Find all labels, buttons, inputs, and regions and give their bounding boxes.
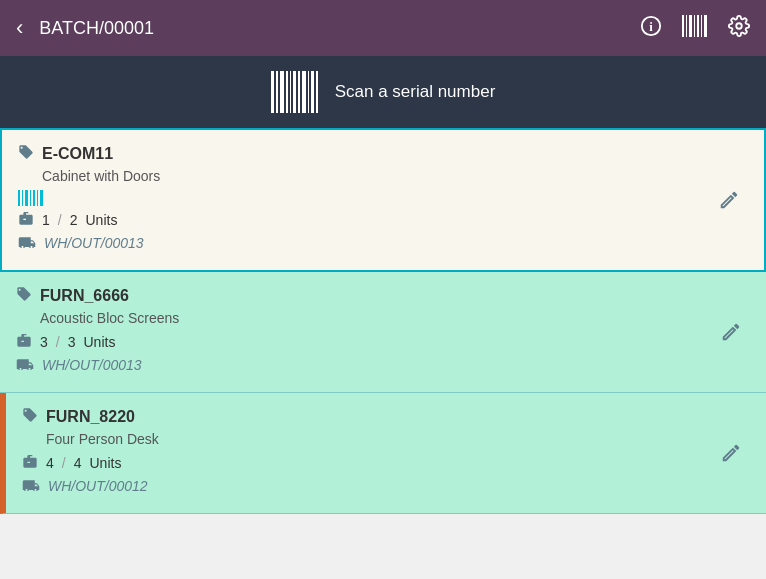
item-content: FURN_6666 Acoustic Bloc Screens 3 / 3 Un… [16, 286, 712, 378]
svg-rect-24 [30, 190, 31, 206]
item-header-row: FURN_6666 [16, 286, 712, 306]
item-qty-row: 1 / 2 Units [18, 210, 710, 230]
svg-rect-7 [701, 15, 702, 37]
list-item: E-COM11 Cabinet with Doors [0, 128, 766, 272]
qty-done: 3 [40, 334, 48, 350]
header-actions: i [640, 15, 750, 42]
item-code: E-COM11 [42, 145, 113, 163]
qty-done: 1 [42, 212, 50, 228]
svg-rect-2 [682, 15, 684, 37]
svg-rect-4 [689, 15, 692, 37]
qty-unit: Units [89, 455, 121, 471]
item-transfer-row: WH/OUT/00013 [18, 234, 710, 252]
item-name: Four Person Desk [46, 431, 712, 447]
item-barcode-small-icon [18, 190, 46, 206]
transfer-ref: WH/OUT/00013 [44, 235, 144, 251]
svg-rect-16 [298, 71, 300, 113]
barcode-icon[interactable] [682, 15, 708, 42]
svg-rect-20 [316, 71, 318, 113]
qty-unit: Units [85, 212, 117, 228]
item-content: FURN_8220 Four Person Desk 4 / 4 Units [22, 407, 712, 499]
svg-rect-25 [33, 190, 35, 206]
truck-icon [16, 356, 34, 374]
item-code: FURN_6666 [40, 287, 129, 305]
svg-rect-5 [694, 15, 695, 37]
svg-text:i: i [649, 19, 653, 33]
item-content: E-COM11 Cabinet with Doors [18, 144, 710, 256]
svg-rect-12 [280, 71, 284, 113]
truck-icon [22, 477, 40, 495]
app-header: ‹ BATCH/00001 i [0, 0, 766, 56]
edit-button[interactable] [712, 317, 750, 347]
item-name: Acoustic Bloc Screens [40, 310, 712, 326]
item-transfer-row: WH/OUT/00013 [16, 356, 712, 374]
svg-rect-26 [37, 190, 38, 206]
info-icon[interactable]: i [640, 15, 662, 42]
transfer-ref: WH/OUT/00013 [42, 357, 142, 373]
tag-icon [22, 407, 38, 427]
scan-barcode-icon [271, 71, 319, 113]
item-transfer-row: WH/OUT/00012 [22, 477, 712, 495]
svg-rect-11 [276, 71, 278, 113]
svg-rect-17 [302, 71, 306, 113]
tag-icon [16, 286, 32, 306]
edit-button[interactable] [710, 185, 748, 215]
list-item: FURN_8220 Four Person Desk 4 / 4 Units [0, 393, 766, 514]
qty-total: 2 [70, 212, 78, 228]
package-icon [18, 210, 34, 230]
package-icon [22, 453, 38, 473]
svg-rect-15 [293, 71, 296, 113]
item-qty-row: 3 / 3 Units [16, 332, 712, 352]
item-list: E-COM11 Cabinet with Doors [0, 128, 766, 514]
item-header-row: FURN_8220 [22, 407, 712, 427]
truck-icon [18, 234, 36, 252]
qty-done: 4 [46, 455, 54, 471]
svg-rect-22 [22, 190, 23, 206]
item-name: Cabinet with Doors [42, 168, 710, 184]
page-title: BATCH/00001 [39, 18, 640, 39]
qty-total: 4 [74, 455, 82, 471]
svg-rect-27 [40, 190, 43, 206]
tag-icon [18, 144, 34, 164]
svg-rect-6 [697, 15, 699, 37]
qty-total: 3 [68, 334, 76, 350]
scan-prompt: Scan a serial number [335, 82, 496, 102]
settings-icon[interactable] [728, 15, 750, 42]
qty-unit: Units [83, 334, 115, 350]
list-item: FURN_6666 Acoustic Bloc Screens 3 / 3 Un… [0, 272, 766, 393]
package-icon [16, 332, 32, 352]
back-button[interactable]: ‹ [16, 15, 23, 41]
item-code: FURN_8220 [46, 408, 135, 426]
transfer-ref: WH/OUT/00012 [48, 478, 148, 494]
edit-button[interactable] [712, 438, 750, 468]
item-barcode-row [18, 190, 710, 206]
svg-rect-10 [271, 71, 274, 113]
svg-rect-18 [308, 71, 309, 113]
scan-bar: Scan a serial number [0, 56, 766, 128]
svg-rect-3 [686, 15, 687, 37]
svg-rect-21 [18, 190, 20, 206]
svg-rect-13 [286, 71, 288, 113]
svg-rect-14 [290, 71, 291, 113]
svg-point-9 [736, 23, 742, 29]
svg-rect-19 [311, 71, 314, 113]
item-header-row: E-COM11 [18, 144, 710, 164]
svg-rect-8 [704, 15, 707, 37]
item-qty-row: 4 / 4 Units [22, 453, 712, 473]
svg-rect-23 [25, 190, 28, 206]
